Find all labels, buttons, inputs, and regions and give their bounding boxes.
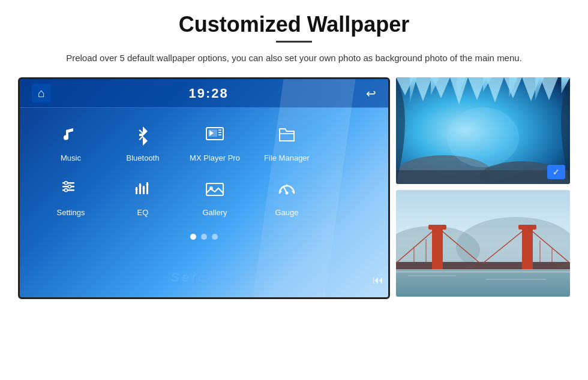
svg-rect-36 (486, 279, 546, 280)
svg-rect-21 (206, 183, 223, 195)
svg-point-10 (65, 182, 68, 185)
page-wrapper: Customized Wallpaper Preload over 5 defa… (0, 0, 588, 380)
car-screen: ⌂ 19:28 ↩ Music (18, 77, 390, 299)
home-icon[interactable]: ⌂ (32, 84, 51, 102)
music-label: Music (61, 153, 81, 162)
svg-rect-20 (146, 184, 149, 185)
page-description: Preload over 5 default wallpaper options… (66, 51, 522, 65)
svg-point-12 (65, 189, 68, 192)
app-row-1: Music Bluetooth (32, 114, 376, 168)
app-mx-player[interactable]: MX Player Pro (188, 120, 242, 162)
dot-3[interactable] (212, 234, 218, 240)
side-thumbnails: ✓ (396, 77, 570, 299)
svg-rect-15 (143, 186, 145, 194)
svg-rect-14 (139, 183, 141, 194)
gallery-icon (200, 174, 230, 204)
app-eq[interactable]: EQ (116, 174, 170, 217)
app-bluetooth[interactable]: Bluetooth (116, 120, 170, 162)
eq-label: EQ (137, 208, 149, 217)
svg-rect-13 (136, 187, 137, 194)
svg-rect-4 (218, 132, 221, 133)
mx-player-icon (200, 120, 230, 150)
svg-rect-5 (218, 134, 221, 135)
gauge-label: Gauge (275, 208, 298, 217)
dot-2[interactable] (201, 234, 207, 240)
thumbnail-ice-cave[interactable]: ✓ (396, 77, 570, 184)
svg-rect-38 (432, 226, 443, 269)
svg-rect-40 (522, 226, 533, 269)
settings-label: Settings (57, 208, 85, 217)
thumbnail-bridge[interactable] (396, 190, 570, 297)
watermark: Seicane (170, 270, 237, 285)
page-title: Customized Wallpaper (179, 12, 410, 37)
screen-dots (20, 229, 388, 245)
svg-point-23 (286, 192, 289, 195)
file-manager-icon (272, 120, 302, 150)
app-gallery[interactable]: Gallery (188, 174, 242, 217)
gauge-icon (272, 174, 302, 204)
gallery-label: Gallery (202, 208, 227, 217)
app-file-manager[interactable]: File Manager (260, 120, 314, 162)
eq-icon (128, 174, 158, 204)
dot-1[interactable] (190, 234, 196, 240)
app-settings[interactable]: Settings (44, 174, 98, 217)
file-manager-label: File Manager (264, 153, 310, 162)
screen-time: 19:28 (188, 86, 228, 101)
app-music[interactable]: Music (44, 120, 98, 162)
bluetooth-icon (128, 120, 158, 150)
skip-back-button[interactable]: ⏮ (373, 274, 383, 286)
svg-rect-19 (142, 188, 145, 189)
svg-rect-28 (396, 170, 570, 184)
app-gauge[interactable]: Gauge (260, 174, 314, 217)
svg-point-11 (68, 185, 71, 188)
mx-player-label: MX Player Pro (190, 153, 240, 162)
bluetooth-label: Bluetooth (127, 153, 160, 162)
svg-rect-18 (139, 185, 142, 186)
screen-apps: Music Bluetooth (20, 108, 388, 229)
content-area: ⌂ 19:28 ↩ Music (24, 77, 564, 299)
settings-icon (56, 174, 86, 204)
svg-rect-3 (218, 129, 221, 131)
selected-check: ✓ (547, 165, 565, 179)
title-underline (276, 41, 312, 43)
back-icon[interactable]: ↩ (366, 86, 376, 101)
music-icon (56, 120, 86, 150)
svg-rect-34 (396, 271, 570, 273)
screen-header: ⌂ 19:28 ↩ (20, 79, 388, 108)
svg-rect-35 (408, 275, 456, 276)
app-row-2: Settings (32, 168, 376, 223)
svg-point-29 (447, 107, 519, 167)
svg-rect-17 (135, 189, 138, 190)
